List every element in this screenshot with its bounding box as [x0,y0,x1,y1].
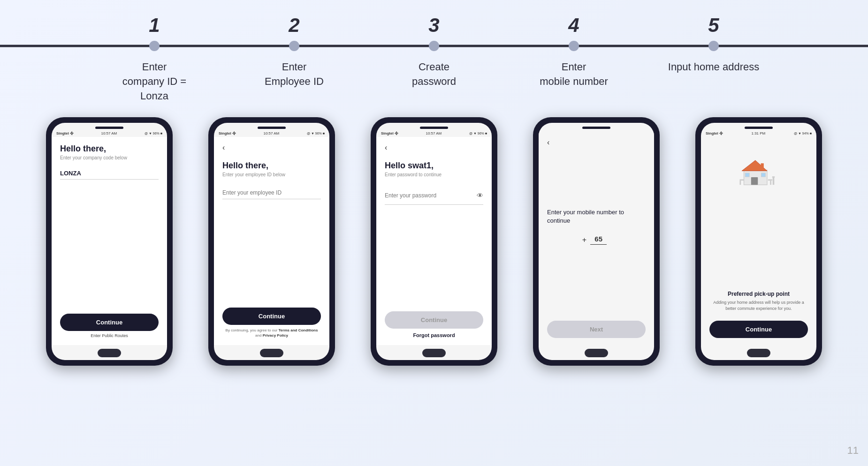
phone-3-content: ‹ Hello swat1, Enter password to continu… [376,137,492,345]
phone-2-wrapper: Singtel 令 10:57 AM @ ▼ 96% ■ ‹ Hello the… [208,117,335,366]
phone-3-back-button[interactable]: ‹ [385,144,483,151]
phone-3-forgot-password[interactable]: Forgot password [385,332,483,338]
phone-4-back-button[interactable]: ‹ [547,139,646,146]
svg-rect-7 [740,180,744,181]
step-label-5: Input home address [667,60,761,103]
phone-4-next-button[interactable]: Next [547,321,646,338]
svg-rect-2 [751,177,758,185]
phone-3-screen: Singtel 令 10:57 AM @ ▼ 96% ■ ‹ Hello swa… [376,123,492,360]
timeline-dot-2 [289,41,299,51]
phone-4-mobile-label: Enter your mobile number to continue [547,208,646,225]
phone-3-home-btn [422,349,446,357]
phone-5-status-bar: Singtel 令 1:31 PM @ ▼ 94% ■ [701,129,816,137]
step-number-5: 5 [695,14,732,37]
timeline-section: 1 2 3 4 5 Entercompany ID = Lonza EnterE… [0,0,868,117]
phone-2-home-btn [260,349,283,357]
phone-3-battery: @ ▼ 96% ■ [469,132,487,135]
phone-2-screen: Singtel 令 10:57 AM @ ▼ 96% ■ ‹ Hello the… [214,123,329,360]
timeline-bar [0,41,868,51]
timeline-dot-4 [569,41,579,51]
step-label-3: Createpassword [387,60,481,103]
step-number-3: 3 [415,14,453,37]
phone-2-back-button[interactable]: ‹ [222,144,321,151]
phone-4-wrapper: ‹ Enter your mobile number to continue +… [533,117,660,366]
phone-3-wrapper: Singtel 令 10:57 AM @ ▼ 96% ■ ‹ Hello swa… [371,117,497,366]
phone-5-carrier: Singtel 令 [706,131,723,136]
phone-2-status-bar: Singtel 令 10:57 AM @ ▼ 96% ■ [214,129,329,137]
phone-2-employee-id-input[interactable] [222,187,321,199]
phone-4-number-row: + 65 [582,235,610,245]
privacy-link[interactable]: Privacy Policy [263,333,288,338]
phone-4: ‹ Enter your mobile number to continue +… [533,117,660,366]
phone-2-carrier: Singtel 令 [219,131,236,136]
step-number-4: 4 [555,14,593,37]
step-numbers: 1 2 3 4 5 [0,14,868,37]
phone-2-terms: By continuing, you agree to our Terms an… [222,328,321,338]
phone-3-hello: Hello swat1, [385,161,483,171]
phone-5-content: Preferred pick-up point Adding your home… [701,137,816,345]
step-labels: Entercompany ID = Lonza EnterEmployee ID… [0,51,868,117]
step-label-1: Entercompany ID = Lonza [107,60,201,103]
phone-3: Singtel 令 10:57 AM @ ▼ 96% ■ ‹ Hello swa… [371,117,497,366]
phone-5-preferred-title: Preferred pick-up point [709,291,808,297]
phone-1-public-routes[interactable]: Enter Public Routes [60,333,159,338]
phone-4-home-btn [585,349,608,357]
phone-3-password-input[interactable] [385,189,477,202]
phone-5-wrapper: Singtel 令 1:31 PM @ ▼ 94% ■ [695,117,822,366]
phone-5-continue-button[interactable]: Continue [709,321,808,338]
phone-1: Singtel 令 10:57 AM @ ▼ 96% ■ Hello there… [46,117,173,366]
plus-sign: + [582,236,586,244]
phone-1-continue-button[interactable]: Continue [60,314,159,331]
page-number: 11 [847,444,859,457]
phone-1-sub: Enter your company code below [60,155,159,160]
phone-1-status-bar: Singtel 令 10:57 AM @ ▼ 96% ■ [52,129,167,137]
svg-rect-5 [761,164,764,169]
house-illustration [709,153,808,188]
timeline-dots [84,41,784,51]
svg-rect-3 [745,173,749,177]
phone-1-carrier: Singtel 令 [56,131,74,136]
phone-1-screen: Singtel 令 10:57 AM @ ▼ 96% ■ Hello there… [52,123,167,360]
step-number-1: 1 [136,14,173,37]
phone-3-sub: Enter password to continue [385,172,483,177]
terms-link[interactable]: Terms and Conditions [279,328,318,332]
phone-3-status-bar: Singtel 令 10:57 AM @ ▼ 96% ■ [376,129,492,137]
phone-1-company-value: LONZA [60,170,159,180]
timeline-dot-5 [708,41,719,51]
phone-5-time: 1:31 PM [751,131,765,135]
house-icon [738,153,780,188]
phone-1-time: 10:57 AM [101,131,117,135]
phone-2-battery: @ ▼ 96% ■ [307,132,325,135]
phones-row: Singtel 令 10:57 AM @ ▼ 96% ■ Hello there… [0,117,868,366]
phone-4-country-code: 65 [590,235,607,245]
phone-4-content: ‹ Enter your mobile number to continue +… [539,132,654,345]
phone-2-content: ‹ Hello there, Enter your employee ID be… [214,137,329,345]
phone-1-wrapper: Singtel 令 10:57 AM @ ▼ 96% ■ Hello there… [46,117,173,366]
phone-1-hello: Hello there, [60,144,159,154]
svg-rect-6 [740,181,741,185]
svg-rect-10 [773,177,775,185]
step-label-2: EnterEmployee ID [247,60,341,103]
phone-2-sub: Enter your employee ID below [222,172,321,177]
phone-3-carrier: Singtel 令 [381,131,398,136]
step-number-2: 2 [275,14,313,37]
phone-5-battery: @ ▼ 94% ■ [794,132,812,135]
phone-2-time: 10:57 AM [263,131,279,135]
phone-5-preferred-desc: Adding your home address will help us pr… [709,300,808,311]
svg-rect-9 [768,180,772,181]
phone-2-continue-button[interactable]: Continue [222,308,321,325]
svg-rect-4 [761,173,765,177]
timeline-dot-1 [149,41,160,51]
phone-1-content: Hello there, Enter your company code bel… [52,137,167,345]
password-visibility-icon[interactable]: 👁 [477,192,483,199]
phone-3-password-row: 👁 [385,187,483,205]
phone-1-battery: @ ▼ 96% ■ [145,132,162,135]
phone-3-continue-button[interactable]: Continue [385,311,483,329]
svg-rect-8 [770,181,771,185]
phone-2: Singtel 令 10:57 AM @ ▼ 96% ■ ‹ Hello the… [208,117,335,366]
timeline-dot-3 [429,41,439,51]
phone-1-home-btn [98,349,121,357]
svg-rect-11 [772,177,775,178]
phone-5-home-btn [747,349,770,357]
phone-5-screen: Singtel 令 1:31 PM @ ▼ 94% ■ [701,123,816,360]
